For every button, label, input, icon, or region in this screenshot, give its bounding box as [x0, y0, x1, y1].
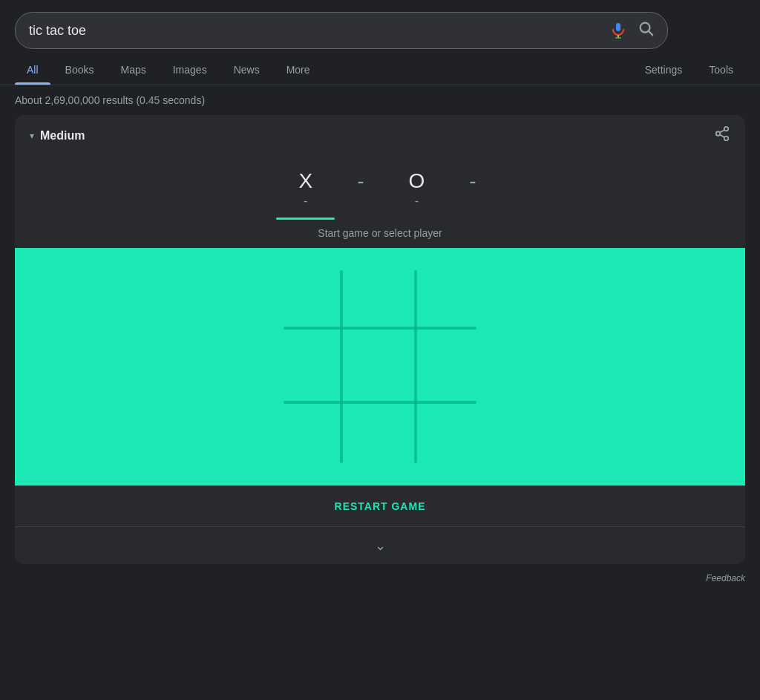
svg-point-7: [724, 137, 729, 141]
start-game-text: Start game or select player: [15, 223, 745, 248]
game-card: ▾ Medium X - - O - -: [15, 115, 745, 564]
vertical-line-1: [340, 270, 343, 463]
feedback-area: Feedback: [0, 564, 760, 592]
tab-news[interactable]: News: [222, 55, 272, 85]
board-grid: [269, 255, 491, 478]
vertical-line-2: [414, 270, 417, 463]
tab-images[interactable]: Images: [161, 55, 219, 85]
player-x-symbol: X: [298, 169, 312, 193]
svg-line-9: [720, 130, 724, 133]
collapse-area[interactable]: ⌄: [15, 526, 745, 564]
svg-rect-2: [615, 37, 621, 39]
search-area: [0, 0, 760, 49]
dropdown-icon[interactable]: ▾: [30, 131, 34, 141]
tab-settings[interactable]: Settings: [633, 55, 695, 85]
player-x-score: -: [304, 194, 307, 208]
horizontal-line-2: [284, 401, 476, 404]
player-o-selector[interactable]: O -: [379, 163, 454, 220]
player-area: X - - O - -: [15, 156, 745, 223]
player-x-selector[interactable]: X -: [269, 163, 342, 220]
search-bar: [15, 12, 668, 49]
svg-line-4: [649, 31, 652, 35]
search-icon[interactable]: [638, 20, 654, 41]
restart-button[interactable]: RESTART GAME: [335, 500, 426, 512]
tab-maps[interactable]: Maps: [108, 55, 157, 85]
restart-area: RESTART GAME: [15, 485, 745, 526]
player-o-symbol: O: [408, 169, 425, 193]
feedback-label[interactable]: Feedback: [706, 573, 745, 583]
horizontal-line-1: [284, 327, 476, 330]
tab-tools[interactable]: Tools: [697, 55, 745, 85]
player-divider: -: [342, 163, 379, 193]
svg-point-5: [724, 127, 729, 131]
card-header: ▾ Medium: [15, 115, 745, 156]
svg-rect-0: [616, 23, 620, 31]
search-input[interactable]: [29, 23, 609, 39]
microphone-icon[interactable]: [609, 22, 627, 39]
chevron-down-icon: ⌄: [375, 538, 386, 553]
tab-all[interactable]: All: [15, 55, 50, 85]
share-icon[interactable]: [714, 125, 730, 145]
player-o-score: -: [415, 194, 419, 208]
svg-line-8: [720, 134, 724, 137]
player-divider-2: -: [454, 163, 491, 193]
results-count: About 2,69,00,000 results (0.45 seconds): [0, 85, 760, 115]
players-row: X - - O - -: [45, 163, 715, 220]
search-icons: [609, 20, 654, 41]
tab-more[interactable]: More: [275, 55, 322, 85]
svg-point-6: [716, 131, 721, 136]
difficulty-area: ▾ Medium: [30, 129, 85, 143]
tab-books[interactable]: Books: [53, 55, 106, 85]
game-board[interactable]: [15, 248, 745, 485]
difficulty-label: Medium: [40, 129, 85, 143]
nav-tabs: All Books Maps Images News More Settings…: [0, 55, 760, 85]
